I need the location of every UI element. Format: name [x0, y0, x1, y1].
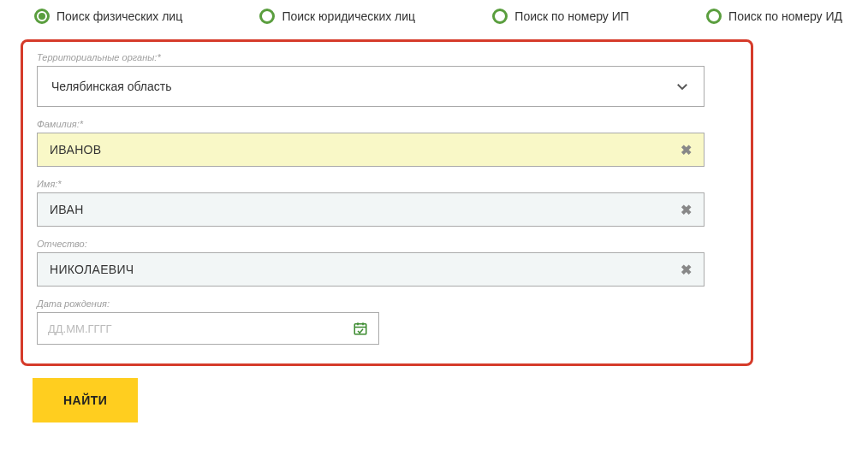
birthdate-field-group: Дата рождения: ДД.ММ.ГГГГ	[37, 298, 737, 345]
tab-label: Поиск юридических лиц	[282, 9, 415, 23]
chevron-down-icon	[675, 79, 690, 94]
tab-legal-entities[interactable]: Поиск юридических лиц	[259, 9, 415, 24]
lastname-input[interactable]	[50, 143, 681, 157]
territory-field-group: Территориальные органы:* Челябинская обл…	[37, 52, 737, 107]
patronymic-input-wrap[interactable]: ✖	[37, 252, 705, 287]
submit-label: НАЙТИ	[63, 393, 107, 407]
territory-label: Территориальные органы:*	[37, 52, 737, 62]
tab-label: Поиск по номеру ИД	[728, 9, 842, 23]
firstname-field-group: Имя:* ✖	[37, 179, 737, 227]
territory-select[interactable]: Челябинская область	[37, 66, 705, 107]
territory-value: Челябинская область	[51, 80, 172, 93]
radio-icon	[706, 9, 722, 24]
patronymic-field-group: Отчество: ✖	[37, 239, 737, 287]
tab-by-id-number[interactable]: Поиск по номеру ИД	[706, 9, 842, 24]
firstname-input[interactable]	[50, 203, 681, 216]
lastname-label: Фамилия:*	[37, 119, 737, 129]
search-tabs-row: Поиск физических лиц Поиск юридических л…	[0, 0, 868, 39]
patronymic-input[interactable]	[50, 263, 681, 276]
search-submit-button[interactable]: НАЙТИ	[33, 378, 138, 422]
clear-icon[interactable]: ✖	[681, 262, 692, 278]
lastname-input-wrap[interactable]: ✖	[37, 133, 705, 167]
patronymic-label: Отчество:	[37, 239, 737, 249]
calendar-icon[interactable]	[353, 321, 368, 336]
tab-label: Поиск по номеру ИП	[514, 9, 629, 23]
tab-individuals[interactable]: Поиск физических лиц	[34, 9, 182, 24]
search-form-highlight: Территориальные органы:* Челябинская обл…	[21, 39, 753, 366]
radio-icon	[259, 9, 275, 24]
firstname-label: Имя:*	[37, 179, 737, 189]
tab-by-ip-number[interactable]: Поиск по номеру ИП	[492, 9, 629, 24]
birthdate-label: Дата рождения:	[37, 298, 737, 309]
clear-icon[interactable]: ✖	[681, 202, 692, 218]
clear-icon[interactable]: ✖	[681, 142, 692, 158]
birthdate-input-wrap[interactable]: ДД.ММ.ГГГГ	[37, 312, 379, 345]
birthdate-placeholder: ДД.ММ.ГГГГ	[48, 322, 112, 335]
tab-label: Поиск физических лиц	[56, 9, 182, 23]
radio-selected-icon	[34, 9, 50, 24]
firstname-input-wrap[interactable]: ✖	[37, 192, 705, 227]
radio-icon	[492, 9, 508, 24]
lastname-field-group: Фамилия:* ✖	[37, 119, 737, 167]
